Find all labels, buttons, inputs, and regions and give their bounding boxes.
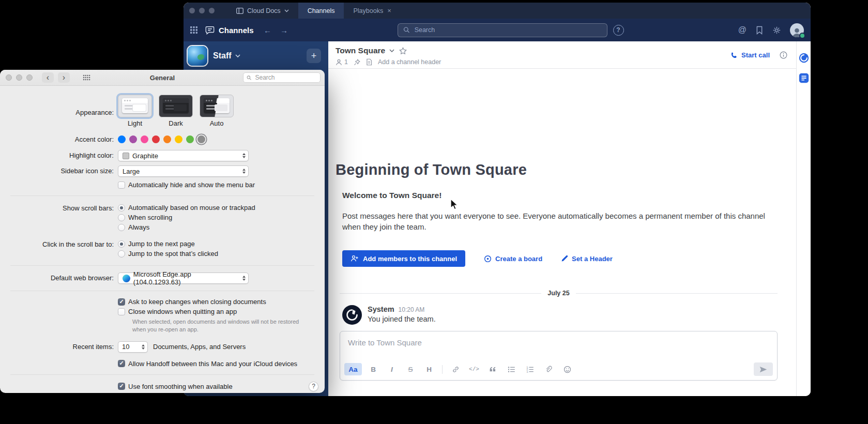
checkbox-icon[interactable] (118, 298, 125, 306)
show-all-grid-icon[interactable] (80, 72, 93, 83)
send-button[interactable] (754, 362, 773, 376)
quote-button[interactable] (484, 363, 501, 375)
italic-button[interactable]: I (383, 363, 401, 375)
code-button[interactable]: </> (465, 363, 483, 375)
accent-color-green[interactable] (186, 135, 194, 143)
composer-placeholder[interactable]: Write to Town Square (340, 331, 777, 360)
member-count[interactable]: 1 (336, 58, 348, 66)
appearance-thumb-dark[interactable] (159, 95, 193, 117)
prefs-search-input[interactable] (254, 73, 317, 82)
team-icon[interactable] (188, 46, 207, 66)
numbered-list-button[interactable]: 1. 2. 3. (521, 363, 539, 375)
help-button[interactable]: ? (309, 382, 318, 391)
zoom-window-button[interactable] (26, 74, 33, 81)
close-window-button[interactable] (6, 74, 12, 81)
radio-scrollbars-when-scrolling[interactable]: When scrolling (118, 213, 325, 222)
accent-color-graphite[interactable] (197, 135, 205, 143)
recent-items-select[interactable]: 10 (118, 341, 148, 353)
minimize-window-button[interactable] (16, 74, 22, 81)
zoom-window-button[interactable] (209, 8, 215, 13)
apps-grid-icon[interactable] (190, 26, 198, 34)
bullet-list-button[interactable] (502, 363, 520, 375)
strikethrough-button[interactable]: S (402, 363, 419, 375)
checkbox-ask-keep-changes[interactable]: Ask to keep changes when closing documen… (118, 298, 325, 306)
set-header-button[interactable]: Set a Header (561, 255, 613, 263)
history-forward-button[interactable]: → (278, 26, 291, 35)
channel-name[interactable]: Town Square (336, 46, 385, 55)
accent-color-orange[interactable] (163, 135, 171, 143)
prefs-search[interactable] (243, 72, 321, 83)
checkbox-icon[interactable] (118, 360, 125, 367)
tab-channels[interactable]: Channels (298, 3, 344, 19)
radio-icon[interactable] (118, 224, 125, 231)
link-button[interactable] (447, 363, 464, 375)
close-window-button[interactable] (189, 8, 195, 13)
appearance-option-dark[interactable]: Dark (159, 95, 193, 127)
appearance-thumb-light[interactable] (118, 95, 152, 117)
accent-color-blue[interactable] (118, 135, 126, 143)
global-search[interactable] (398, 23, 607, 37)
date-label[interactable]: July 25 (541, 290, 575, 297)
radio-scrollbars-always[interactable]: Always (118, 222, 325, 232)
radio-jump-next-page[interactable]: Jump to the next page (118, 239, 325, 249)
message-author[interactable]: System (368, 305, 394, 313)
checkbox-icon[interactable] (118, 383, 125, 390)
radio-jump-to-spot[interactable]: Jump to the spot that’s clicked (118, 249, 325, 259)
start-call-button[interactable]: Start call (730, 51, 770, 59)
checkbox-icon[interactable] (118, 308, 125, 315)
checkbox-hide-menu-bar[interactable]: Automatically hide and show the menu bar (118, 181, 325, 189)
sidebar-size-select[interactable]: Large (118, 165, 249, 177)
accent-color-yellow[interactable] (175, 135, 182, 143)
heading-button[interactable]: H (420, 363, 438, 375)
channel-files-icon[interactable] (366, 58, 372, 66)
radio-icon[interactable] (118, 240, 125, 248)
checkbox-allow-handoff[interactable]: Allow Handoff between this Mac and your … (118, 360, 325, 368)
checkbox-close-windows-quit[interactable]: Close windows when quitting an app (118, 308, 325, 315)
add-channel-header-button[interactable]: Add a channel header (378, 58, 441, 66)
product-switcher[interactable]: Channels (205, 25, 254, 35)
appearance-thumb-auto[interactable] (200, 95, 234, 117)
chevron-down-icon[interactable] (389, 49, 394, 53)
radio-icon[interactable] (118, 250, 125, 258)
create-board-button[interactable]: Create a board (484, 255, 542, 263)
emoji-button[interactable] (558, 363, 576, 375)
radio-icon[interactable] (118, 214, 125, 221)
radio-icon[interactable] (118, 204, 125, 211)
formatting-toggle-button[interactable]: Aa (344, 363, 362, 375)
channel-info-icon[interactable] (779, 51, 788, 59)
search-input[interactable] (414, 26, 602, 34)
forward-button[interactable]: › (58, 72, 70, 83)
message-composer[interactable]: Write to Town Square Aa B I S H (340, 331, 778, 381)
add-members-button[interactable]: Add members to this channel (342, 250, 465, 267)
server-dropdown[interactable]: Cloud Docs (223, 7, 298, 14)
accent-color-purple[interactable] (129, 135, 137, 143)
add-channel-button[interactable]: + (307, 49, 321, 63)
radio-scrollbars-auto[interactable]: Automatically based on mouse or trackpad (118, 203, 325, 213)
appearance-option-light[interactable]: Light (118, 95, 152, 127)
settings-gear-icon[interactable] (772, 26, 781, 35)
highlight-color-select[interactable]: Graphite (118, 150, 249, 161)
at-mentions-icon[interactable]: @ (738, 25, 747, 35)
pinned-posts-icon[interactable] (354, 59, 360, 66)
playbooks-app-icon[interactable] (798, 72, 810, 84)
close-tab-icon[interactable]: × (387, 7, 391, 14)
bold-button[interactable]: B (364, 363, 382, 375)
appearance-option-auto[interactable]: Auto (200, 95, 234, 127)
checkbox-icon[interactable] (118, 181, 125, 189)
boards-app-icon[interactable] (798, 52, 810, 64)
history-back-button[interactable]: ← (261, 26, 275, 35)
accent-color-pink[interactable] (141, 135, 148, 143)
accent-color-red[interactable] (152, 135, 160, 143)
popup-arrows-icon (239, 166, 248, 176)
help-icon[interactable]: ? (613, 25, 624, 36)
team-menu[interactable]: Staff (213, 51, 240, 60)
user-avatar[interactable] (790, 23, 804, 37)
saved-posts-icon[interactable] (755, 26, 764, 35)
attachment-button[interactable] (540, 363, 557, 375)
default-browser-select[interactable]: Microsoft Edge.app (104.0.1293.63) (118, 272, 249, 284)
checkbox-font-smoothing[interactable]: Use font smoothing when available (118, 383, 233, 390)
back-button[interactable]: ‹ (42, 72, 54, 83)
favorite-star-icon[interactable] (399, 47, 407, 55)
minimize-window-button[interactable] (199, 8, 205, 13)
tab-playbooks[interactable]: Playbooks × (344, 3, 400, 19)
